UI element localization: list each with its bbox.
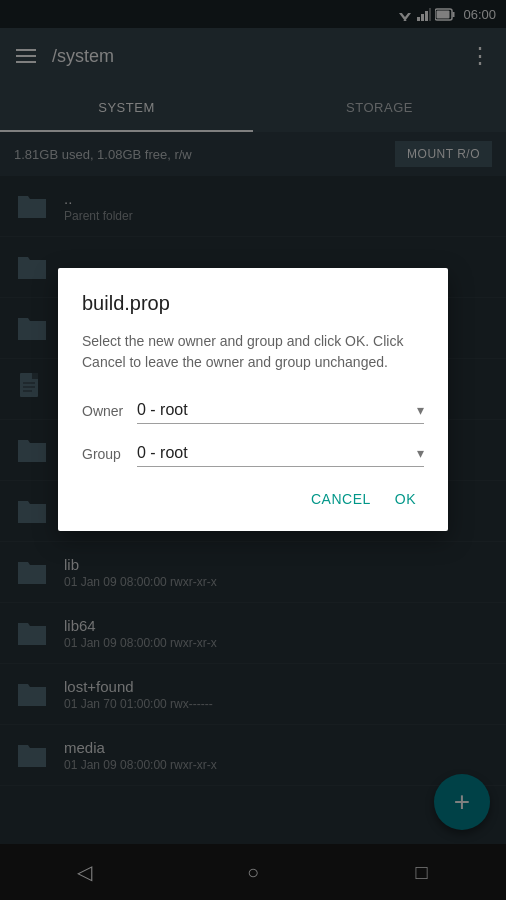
group-field: Group 0 - root ▾: [82, 440, 424, 467]
dialog-title: build.prop: [82, 292, 424, 315]
owner-dropdown-arrow-icon: ▾: [417, 402, 424, 418]
group-select[interactable]: 0 - root ▾: [137, 440, 424, 467]
group-value: 0 - root: [137, 444, 188, 462]
ok-button[interactable]: OK: [387, 483, 424, 515]
owner-label: Owner: [82, 403, 137, 419]
cancel-button[interactable]: CANCEL: [303, 483, 379, 515]
owner-value: 0 - root: [137, 401, 188, 419]
owner-select[interactable]: 0 - root ▾: [137, 397, 424, 424]
group-label: Group: [82, 446, 137, 462]
owner-field: Owner 0 - root ▾: [82, 397, 424, 424]
dialog-message: Select the new owner and group and click…: [82, 331, 424, 373]
dialog: build.prop Select the new owner and grou…: [58, 268, 448, 531]
dialog-actions: CANCEL OK: [82, 483, 424, 515]
group-dropdown-arrow-icon: ▾: [417, 445, 424, 461]
